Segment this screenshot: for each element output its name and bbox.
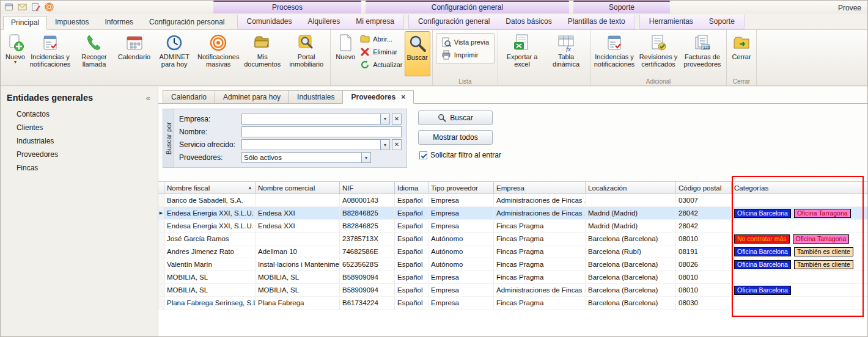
servicio-ofrecido-clear-button[interactable]: ✕	[392, 139, 402, 150]
close-tab-icon[interactable]: ×	[401, 91, 405, 104]
field-control: Sólo activos ▾	[241, 152, 402, 163]
ribbon-button-calendario[interactable]: Calendario	[116, 31, 152, 76]
ribbon-tab-mi-empresa[interactable]: Mi empresa	[348, 15, 402, 29]
sidebar-item-fincas[interactable]: Fincas	[1, 161, 158, 175]
ribbon-button-recoger-llamada[interactable]: Recoger llamada	[72, 31, 116, 76]
chevron-down-icon[interactable]: ▾	[380, 140, 389, 150]
ribbon-tab-configuracion-general[interactable]: Configuración general	[410, 15, 498, 29]
chevron-down-icon[interactable]: ▾	[380, 114, 389, 124]
main-content: CalendarioAdminet para hoyIndustrialesPr…	[158, 87, 867, 336]
table-row[interactable]: Banco de Sabadell, S.A.A08000143EspañolE…	[158, 194, 867, 207]
column-header-empresa[interactable]: Empresa	[494, 182, 586, 194]
ribbon-button-eliminar[interactable]: Eliminar	[360, 47, 402, 57]
search-button[interactable]: Buscar	[418, 111, 493, 125]
sidebar-item-industriales[interactable]: Industriales	[1, 134, 158, 148]
ribbon-button-notificaciones-masivas[interactable]: Notificaciones masivas	[196, 31, 240, 76]
cell: MOBILIA, SL	[164, 271, 256, 283]
nombre-input[interactable]	[242, 127, 401, 137]
cell: Barcelona (Barcelona)	[586, 233, 676, 245]
show-all-button[interactable]: Mostrar todos	[418, 130, 493, 145]
ribbon-button-facturas-de-proveedores[interactable]: 123Facturas de proveedores	[680, 31, 724, 76]
ribbon-button-cerrar[interactable]: Cerrar	[729, 31, 754, 76]
doc-tab-adminet-para-hoy[interactable]: Adminet para hoy	[215, 90, 289, 104]
table-row[interactable]: José García Ramos23785713XEspañolAutónom…	[158, 233, 867, 245]
checkbox-box[interactable]	[419, 151, 427, 159]
column-header-nombre-fiscal[interactable]: Nombre fiscal▲	[164, 182, 256, 194]
ribbon-button-nuevo[interactable]: Nuevo	[333, 31, 358, 76]
ribbon-button-buscar[interactable]: Buscar	[405, 31, 430, 76]
ribbon-button-vista-previa[interactable]: Vista previa	[441, 37, 489, 47]
collapse-sidebar-icon[interactable]: «	[146, 93, 150, 103]
ribbon-button-adminet-para-hoy[interactable]: ADMINET para hoy	[152, 31, 196, 76]
cell: Barcelona (Barcelona)	[586, 284, 676, 296]
field-label: Nombre:	[179, 128, 241, 136]
ribbon-tab-plantillas-de-texto[interactable]: Plantillas de texto	[560, 15, 633, 29]
ribbon-button-incidencias-y-notificaciones[interactable]: Incidencias y notificaciones	[28, 31, 72, 76]
table-row[interactable]: Plana Fabrega Serinseg, S.L.Plana Fabreg…	[158, 297, 867, 310]
cell: Administraciones de Fincas ...	[494, 194, 586, 206]
cell-categorias: Oficina Barcelona	[732, 284, 868, 296]
table-row[interactable]: MOBILIA, SLMOBILIA, SLB58909094EspañolEm…	[158, 271, 867, 284]
sidebar-item-clientes[interactable]: Clientes	[1, 121, 158, 134]
ribbon-button-actualizar[interactable]: Actualizar	[360, 60, 402, 70]
category-tag: Oficina Tarragona	[793, 234, 850, 244]
column-header-nif[interactable]: NIF	[340, 182, 395, 194]
notes-icon[interactable]	[30, 2, 41, 12]
filter-on-enter-checkbox[interactable]: Solicitar filtro al entrar	[419, 151, 501, 159]
ribbon-tab-datos-basicos[interactable]: Datos básicos	[498, 15, 559, 29]
sidebar: Entidades generales « ContactosClientesI…	[1, 87, 158, 336]
doc-tab-calendario[interactable]: Calendario	[163, 90, 215, 104]
table-row[interactable]: MOBILIA, SLMOBILIA, SLB58909094EspañolEm…	[158, 284, 867, 297]
cell: Autónomo	[428, 233, 494, 245]
ribbon-button-abrir[interactable]: Abrir...	[360, 34, 402, 44]
column-header-localizacion[interactable]: Localización	[586, 182, 676, 194]
doc-tab-proveedores[interactable]: Proveedores×	[342, 90, 414, 104]
field-control	[241, 126, 402, 137]
ribbon-button-label: Tabla dinámica	[546, 53, 586, 68]
column-header-nombre-comercial[interactable]: Nombre comercial	[256, 182, 340, 194]
broadcast-icon[interactable]	[43, 2, 54, 12]
table-row[interactable]: ▶Endesa Energia XXI, S.L.U.Endesa XXIB82…	[158, 207, 867, 220]
table-row[interactable]: Andres Jimenez RatoAdellman 1074682586EE…	[158, 245, 867, 258]
column-header-tipo-proveedor[interactable]: Tipo proveedor	[428, 182, 494, 194]
ribbon-tab-informes[interactable]: Informes	[97, 15, 141, 29]
app-icon[interactable]	[3, 2, 14, 12]
ribbon-button-mis-documentos[interactable]: Mis documentos	[240, 31, 284, 76]
column-header-categorias[interactable]: Categorías	[732, 182, 868, 194]
nombre-field[interactable]	[241, 126, 402, 137]
empresa-clear-button[interactable]: ✕	[392, 114, 402, 125]
ribbon-tab-soporte[interactable]: Soporte	[701, 15, 743, 29]
column-header-idioma[interactable]: Idioma	[395, 182, 428, 194]
ribbon-tab-comunidades[interactable]: Comunidades	[239, 15, 300, 29]
pivot-icon: fx	[557, 34, 575, 52]
empresa-combo[interactable]: ▾	[241, 114, 390, 125]
search-icon	[438, 114, 446, 122]
ribbon-button-portal-inmobiliario[interactable]: Portal inmobiliario	[284, 31, 328, 76]
ribbon-tab-impuestos[interactable]: Impuestos	[47, 15, 97, 29]
ribbon-button-incidencias-y-notificaciones[interactable]: Incidencias y notificaciones	[592, 31, 636, 76]
proveedores-select[interactable]: Sólo activos ▾	[241, 152, 371, 163]
empresa-input[interactable]	[242, 114, 380, 124]
sidebar-item-proveedores[interactable]: Proveedores	[1, 148, 158, 161]
mail-icon[interactable]	[17, 2, 28, 12]
ribbon-tab-configuracion-personal[interactable]: Configuración personal	[141, 15, 232, 29]
table-row[interactable]: Valentín MarínInstal·lacions i Mantenime…	[158, 258, 867, 271]
sidebar-item-contactos[interactable]: Contactos	[1, 107, 158, 121]
doc-tab-industriales[interactable]: Industriales	[289, 90, 342, 104]
chevron-down-icon[interactable]: ▾	[361, 153, 370, 162]
table-row[interactable]: Endesa Energia XXI, S.L.U.Endesa XXIB828…	[158, 220, 867, 233]
ribbon-button-tabla-dinamica[interactable]: fxTabla dinámica	[544, 31, 588, 76]
ribbon-button-exportar-a-excel[interactable]: Exportar a excel	[500, 31, 544, 76]
ribbon-tab-principal[interactable]: Principal	[3, 16, 47, 30]
revisions-icon	[649, 34, 668, 52]
ribbon-button-nuevo[interactable]: Nuevo▾	[2, 31, 28, 76]
ribbon-button-imprimir[interactable]: Imprimir	[441, 50, 489, 60]
column-header-codigo-postal[interactable]: Código postal	[676, 182, 732, 194]
servicio-ofrecido-input[interactable]	[242, 140, 380, 150]
ribbon-tab-herramientas[interactable]: Herramientas	[641, 15, 701, 29]
cell: MOBILIA, SL	[256, 271, 340, 283]
cell: Fincas Pragma	[494, 271, 586, 283]
servicio-ofrecido-combo[interactable]: ▾	[241, 139, 390, 150]
ribbon-tab-alquileres[interactable]: Alquileres	[300, 15, 348, 29]
ribbon-button-revisiones-y-certificados[interactable]: Revisiones y certificados	[636, 31, 680, 76]
